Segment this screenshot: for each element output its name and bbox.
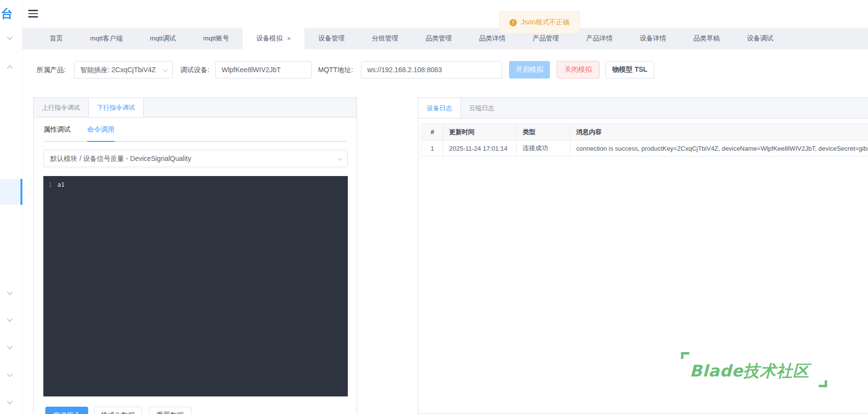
stop-simulation-button[interactable]: 关闭模拟: [557, 61, 600, 79]
subtab-property-debug[interactable]: 属性调试: [43, 125, 71, 142]
col-type: 类型: [517, 124, 570, 140]
chevron-down-icon[interactable]: [7, 343, 12, 349]
command-select[interactable]: 默认模块 / 设备信号质量 - DeviceSignalQuality: [43, 150, 348, 167]
device-label: 调试设备:: [180, 61, 209, 79]
tab-label: 设备模拟: [256, 34, 283, 43]
chevron-down-icon[interactable]: [7, 371, 12, 376]
device-input[interactable]: [215, 61, 312, 79]
send-command-button[interactable]: 发送指令: [45, 407, 88, 414]
tab-device-log[interactable]: 设备日志: [418, 98, 461, 118]
warning-icon: !: [509, 19, 517, 26]
active-indicator-bar: [20, 179, 22, 205]
tab-device-detail[interactable]: 设备详情: [626, 28, 679, 49]
start-simulation-button[interactable]: 开启模拟: [509, 61, 550, 79]
watermark: Blade技术社区: [681, 352, 827, 387]
sidebar-item-active[interactable]: [0, 179, 22, 205]
chevron-down-icon: [163, 67, 168, 72]
col-update-time: 更新时间: [443, 124, 517, 140]
tab-device-mgmt[interactable]: 设备管理: [304, 28, 358, 49]
line-number: 1: [45, 180, 52, 189]
log-card-tabs: 设备日志 云端日志: [418, 98, 868, 118]
col-index: #: [422, 124, 443, 140]
mqtt-label: MQTT地址:: [318, 61, 353, 79]
log-table: # 更新时间 类型 消息内容 1 2025-11-24 17:01:14 连接成…: [421, 123, 868, 157]
tab-category-mgmt[interactable]: 品类管理: [412, 28, 465, 49]
product-select-value: 智能插座: 2CxqCjTbiV4Z: [80, 66, 156, 74]
command-debug-panel: 上行指令调试 下行指令调试 属性调试 命令调用 默认模块 / 设备信号质量 - …: [33, 98, 357, 414]
tab-home[interactable]: 首页: [36, 28, 76, 49]
debug-sub-tabs: 属性调试 命令调用: [43, 125, 347, 142]
product-label: 所属产品:: [37, 61, 66, 79]
chevron-down-icon[interactable]: [7, 34, 12, 39]
editor-line: 1 a1: [43, 180, 348, 189]
bracket-bottom-right-icon: [819, 380, 827, 387]
cell-type: 连接成功: [517, 140, 570, 157]
tsl-model-button[interactable]: 物模型 TSL: [605, 61, 654, 79]
top-bar: [22, 0, 868, 28]
product-select[interactable]: 智能插座: 2CxqCjTbiV4Z: [74, 61, 173, 79]
tab-mqtt-client[interactable]: mqtt客户端: [76, 28, 136, 49]
close-icon[interactable]: ×: [287, 35, 291, 42]
hamburger-menu-icon[interactable]: [28, 10, 38, 18]
log-table-wrapper: # 更新时间 类型 消息内容 1 2025-11-24 17:01:14 连接成…: [421, 123, 868, 157]
toast-message: Json格式不正确: [521, 18, 570, 27]
tab-downstream-debug[interactable]: 下行指令调试: [88, 98, 144, 117]
format-data-button[interactable]: 格式化数据: [94, 407, 142, 414]
mqtt-address-input[interactable]: [361, 61, 502, 79]
command-select-value: 默认模块 / 设备信号质量 - DeviceSignalQuality: [50, 155, 191, 162]
tab-upstream-debug[interactable]: 上行指令调试: [34, 98, 88, 117]
cell-time: 2025-11-24 17:01:14: [443, 140, 517, 157]
chevron-down-icon[interactable]: [7, 398, 12, 404]
debug-card-tabs: 上行指令调试 下行指令调试: [34, 98, 357, 118]
sidebar: 台: [0, 0, 22, 414]
cell-index: 1: [422, 140, 443, 157]
watermark-text: Blade技术社区: [690, 360, 810, 382]
table-header-row: # 更新时间 类型 消息内容: [422, 124, 868, 140]
tab-mqtt-debug[interactable]: mqtt调试: [136, 28, 189, 49]
tab-mqtt-account[interactable]: mqtt账号: [189, 28, 243, 49]
cell-message: connection is success, productKey=2CxqCj…: [570, 140, 868, 157]
tab-product-detail[interactable]: 产品详情: [572, 28, 626, 49]
chevron-down-icon: [338, 156, 343, 161]
col-message: 消息内容: [570, 124, 868, 140]
subtab-command-call[interactable]: 命令调用: [87, 125, 114, 142]
code-editor[interactable]: 1 a1: [43, 176, 348, 396]
tab-device-debug[interactable]: 设备调试: [733, 28, 787, 49]
chevron-down-icon[interactable]: [7, 316, 12, 321]
app-logo: 台: [1, 6, 13, 21]
code-text: a1: [57, 180, 64, 189]
tab-category-draft[interactable]: 品类草稿: [679, 28, 733, 49]
bracket-top-left-icon: [681, 352, 689, 359]
chevron-up-icon[interactable]: [7, 65, 12, 71]
reset-data-button[interactable]: 重置数据: [149, 407, 191, 414]
nav-tab-bar: 首页 mqtt客户端 mqtt调试 mqtt账号 设备模拟 × 设备管理 分组管…: [22, 28, 868, 49]
table-row: 1 2025-11-24 17:01:14 连接成功 connection is…: [422, 140, 868, 157]
tab-device-sim[interactable]: 设备模拟 ×: [243, 28, 304, 49]
page-root: 台 ! Json格式不正确 首页 mqtt客户端 mqtt调试 mqtt账号 设…: [0, 0, 868, 414]
chevron-down-icon[interactable]: [7, 289, 12, 295]
warning-toast: ! Json格式不正确: [499, 11, 580, 34]
tab-group-mgmt[interactable]: 分组管理: [358, 28, 412, 49]
tab-cloud-log[interactable]: 云端日志: [461, 98, 503, 118]
